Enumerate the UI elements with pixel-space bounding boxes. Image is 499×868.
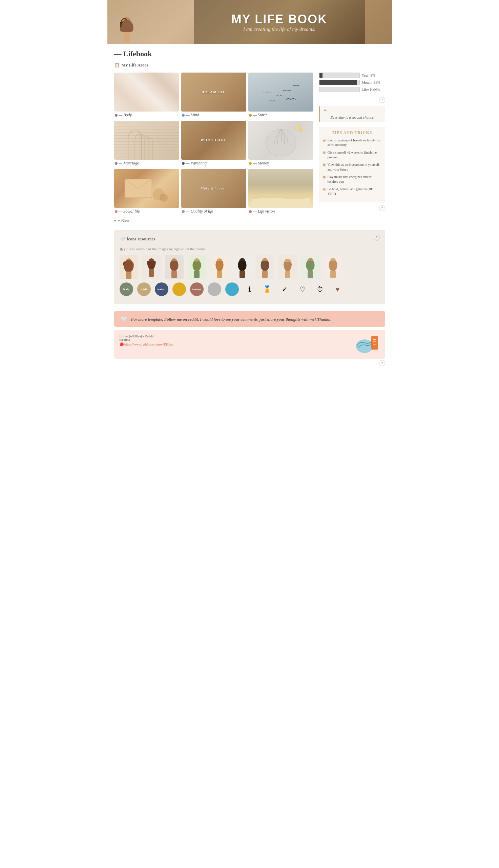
footer-illustration	[353, 334, 380, 355]
icons-help-question: ?	[376, 236, 378, 240]
tip-text-2: Give yourself ~2 weeks to finish the pro…	[328, 150, 382, 160]
svg-rect-24	[285, 271, 290, 278]
header-section: MY LIFE BOOK I am creating the life of m…	[107, 0, 392, 44]
svg-rect-16	[194, 271, 199, 278]
footer-url-text: https://www.reddit.com/user/Ellllaa	[124, 343, 173, 346]
svg-rect-1	[124, 32, 130, 42]
body-image	[114, 73, 179, 111]
grid-image-marriage	[114, 121, 179, 160]
marriage-label: — Marriage	[114, 160, 179, 167]
tips-title: TIPS AND TRICKS	[322, 130, 382, 135]
beach-svg	[248, 169, 313, 208]
grid-cell-vision[interactable]: — Life vision	[248, 169, 313, 215]
help-button-final[interactable]: ?	[379, 360, 385, 366]
grid-image-spirit	[248, 73, 313, 111]
footer-sub: u/Elllaa	[120, 338, 173, 342]
icons-note-icon: ▣	[120, 247, 123, 251]
parenting-overlay-text: WORK HARD	[199, 137, 228, 143]
section-label: My Life Areas	[122, 62, 148, 68]
question-mark-final: ?	[381, 361, 383, 365]
progress-label-year: Year: 8%	[362, 73, 376, 77]
avatar-icon-9	[301, 255, 320, 279]
grid-cell-parenting[interactable]: WORK HARD — Parenting	[181, 121, 246, 167]
circle-blue	[225, 283, 239, 296]
avatar-svg-10	[326, 257, 341, 279]
money-label: — Money	[248, 160, 313, 167]
svg-point-5	[300, 129, 303, 132]
vision-dot	[249, 210, 252, 213]
quality-image: Make it happen	[181, 169, 246, 208]
birds-svg	[248, 76, 313, 111]
symbol-heart-filled: ♥	[331, 283, 344, 296]
body-label: — Body	[114, 111, 179, 119]
grid-cell-social[interactable]: — Social life	[114, 169, 179, 215]
svg-rect-30	[371, 336, 378, 349]
symbol-heart-outline: ♡	[296, 283, 309, 296]
help-button-top[interactable]: ?	[379, 97, 385, 103]
grid-cell-body[interactable]: — Body	[114, 73, 179, 119]
tip-item-5: ▣ Be bold, honest, and genuine (BE YOU)	[322, 187, 382, 196]
footer-author: Ellllaa (u/Elllaa) - Reddit	[120, 334, 173, 338]
circle-yellow	[172, 283, 186, 296]
content-layout: — Body DREAM BIG — Mind	[114, 73, 385, 223]
progress-row-year: Year: 8%	[319, 73, 385, 78]
icons-help-button[interactable]: ?	[374, 235, 380, 241]
add-save-button[interactable]: + + Save	[114, 218, 131, 223]
header-title: MY LIFE BOOK	[231, 12, 327, 26]
svg-rect-28	[330, 271, 336, 278]
svg-rect-20	[240, 271, 245, 278]
mind-dot	[182, 114, 185, 117]
circle-body-label: body	[123, 288, 129, 291]
help-button-bottom[interactable]: ?	[379, 205, 385, 211]
plus-icon: +	[114, 218, 117, 223]
grid-cell-spirit[interactable]: — Spirit	[248, 73, 313, 119]
quote-mark: ❝	[324, 108, 382, 115]
progress-bar-year-fill	[319, 73, 322, 78]
shell-svg	[248, 121, 313, 160]
parenting-label: — Parenting	[181, 160, 246, 167]
marriage-dot	[115, 162, 118, 165]
grid-cell-marriage[interactable]: — Marriage	[114, 121, 179, 167]
progress-label-month: Month: 94%	[362, 80, 380, 84]
birds-container	[248, 73, 313, 111]
grid-image-social	[114, 169, 179, 208]
social-image	[114, 169, 179, 208]
question-mark-bottom: ?	[381, 206, 383, 210]
grid-cell-money[interactable]: — Money	[248, 121, 313, 167]
social-label: — Social life	[114, 208, 179, 215]
main-content: — Lifebook 📋 My Life Areas — Body	[107, 44, 392, 376]
svg-rect-14	[171, 271, 177, 278]
avatar-svg-4	[190, 257, 205, 279]
avatar-icon-6	[233, 255, 252, 279]
grid-image-parenting: WORK HARD	[181, 121, 246, 160]
circle-gray	[208, 283, 221, 296]
quality-dot	[182, 210, 185, 213]
tip-text-4: Play music that energizes and/or inspire…	[328, 175, 382, 184]
life-areas-grid: — Body DREAM BIG — Mind	[114, 73, 314, 215]
grid-image-vision	[248, 169, 313, 208]
avatar-svg-8	[280, 257, 295, 279]
spirit-dot	[249, 114, 252, 117]
quality-overlay-text: Make it happen	[201, 187, 227, 190]
grid-cell-mind[interactable]: DREAM BIG — Mind	[181, 73, 246, 119]
header-overlay: MY LIFE BOOK I am creating the life of m…	[194, 0, 365, 44]
svg-point-8	[160, 194, 168, 202]
symbol-info: ℹ	[243, 283, 256, 296]
header-subtitle: I am creating the life of my dreams.	[243, 26, 315, 32]
tip-icon-1: ▣	[322, 138, 326, 142]
avatar-svg-3	[167, 257, 182, 279]
social-dot	[115, 210, 118, 213]
heart-icon: 🤍	[120, 236, 125, 242]
add-save-label: + Save	[118, 218, 131, 223]
grid-cell-quality[interactable]: Make it happen — Quality of life	[181, 169, 246, 215]
grid-image-quality: Make it happen	[181, 169, 246, 208]
mind-label: — Mind	[181, 111, 246, 119]
progress-bar-month-fill	[319, 80, 357, 85]
avatars-row	[120, 255, 380, 279]
progress-bar-year-bg	[319, 73, 360, 78]
tip-icon-4: ▣	[322, 175, 326, 179]
circle-intellect: intellect	[155, 283, 168, 296]
footer-url[interactable]: 🔴 https://www.reddit.com/user/Ellllaa	[120, 343, 173, 346]
avatar-icon-10	[324, 255, 342, 279]
avatar-icon	[118, 15, 136, 43]
